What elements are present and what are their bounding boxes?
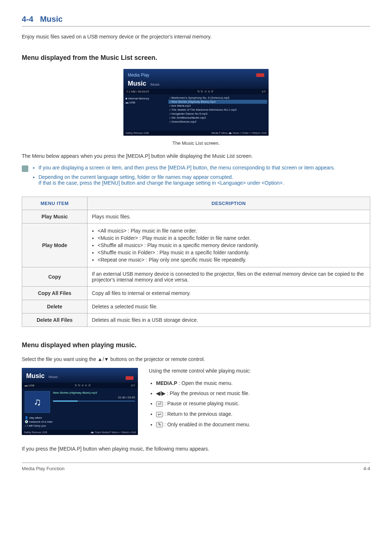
music-path: /Music — [150, 83, 160, 86]
music-path: /Music — [49, 375, 58, 379]
note-block: If you are displaying a screen or item, … — [22, 165, 370, 189]
prev-next-key: ◀/▶ — [156, 390, 166, 396]
return-key-icon: ↩ — [156, 412, 163, 417]
nav-hints: Media.P Menu ◀▶ Move ⏎ Enter ↩ Return ▪ … — [211, 132, 266, 135]
track-counter: 2/7 — [131, 384, 135, 387]
playmode-option: <Shuffle music in Folder> : Play music i… — [98, 249, 366, 256]
enter-key-icon: ⏎ — [156, 401, 163, 407]
source-usb[interactable]: ▬ USB — [126, 100, 165, 104]
mediap-key: MEDIA.P — [156, 380, 177, 386]
meta-artist: 👤 clay aiken — [25, 416, 135, 420]
doc-key-icon: ✎ — [156, 422, 163, 427]
progress-bar[interactable] — [53, 401, 135, 402]
safely-remove-hint: Safely Remove USB — [126, 132, 149, 135]
music-heading: Music — [128, 80, 146, 87]
music-heading: Music — [26, 372, 45, 379]
menu-desc: Copy all files to internal or external m… — [87, 287, 370, 300]
menu-desc: Plays music files. — [87, 210, 370, 223]
intro-paragraph: Enjoy music files saved on a USB memory … — [22, 34, 370, 40]
note-item: If you are displaying a screen or item, … — [38, 165, 335, 171]
time-elapsed: 01:40 / 03:45 — [53, 396, 135, 399]
subheading-music-list: Menu displayed from the Music List scree… — [22, 54, 370, 62]
table-row: Play Music Plays music files. — [22, 210, 370, 223]
list-item[interactable]: ♪ The Jewels of The Madonna Intermezzo N… — [168, 108, 267, 112]
menu-label: Delete All Files — [22, 313, 87, 327]
playmode-option: <Music in Folder> : Play music in a spec… — [98, 234, 366, 242]
usb-icon — [256, 73, 264, 77]
playmode-option: <Repeat one music> : Play only one speci… — [98, 256, 366, 263]
subheading-playing: Menu displayed when playing music. — [22, 341, 370, 349]
page-footer: Media Play Function 4-4 — [22, 463, 370, 471]
playmode-option: <All musics> : Play music in file name o… — [98, 227, 366, 234]
safely-remove-hint: Safely Remove USB — [24, 431, 47, 434]
footer-left: Media Play Function — [22, 466, 65, 471]
nav-hints: ◀▶ Track Media.P Menu ↩ Return ▪ Exit — [90, 431, 136, 434]
usb-icon — [126, 376, 134, 380]
remote-instructions: Using the remote control while playing m… — [149, 368, 251, 430]
remote-item: ⏎ : Pause or resume playing music. — [156, 398, 251, 409]
mode-icons: ↻ ↻ ⤨ ⤨ ↺ — [197, 90, 213, 93]
list-item[interactable]: ♪ New Stories (Highway Blues).mp3 — [168, 100, 267, 104]
menu-label: Delete — [22, 300, 87, 313]
menu-label: Play Music — [22, 210, 87, 223]
meta-song: ♪ I will Carry you — [25, 424, 135, 428]
meta-album: 💿 measure of a man — [25, 420, 135, 424]
remote-item: ◀/▶ : Play the previous or next music fi… — [156, 388, 251, 398]
remote-item: ✎ : Only enabled in the document menu. — [156, 419, 251, 430]
section-name: Music — [40, 15, 62, 24]
track-title: New Stories (Highway Blues).mp3 — [53, 391, 135, 394]
paragraph-press-mediap: If you press the [MEDIA.P] button when p… — [22, 446, 370, 452]
screenshot-music-list-wrap: Media Play Music /Music 7.1 MB / 00:03:0… — [22, 69, 370, 137]
menu-label: Play Mode — [22, 223, 87, 267]
screenshot-caption: The Music List screen. — [22, 140, 370, 146]
storage-info: 7.1 MB / 00:03:07 — [126, 90, 149, 93]
table-row: Copy All Files Copy all files to interna… — [22, 287, 370, 300]
remote-item: ↩ : Return to the previous stage. — [156, 409, 251, 419]
col-description: DESCRIPTION — [87, 197, 370, 210]
list-item[interactable]: ♪ Hungarian Dance No.5.mp3 — [168, 112, 267, 116]
list-item[interactable]: ♪ Die Schlittschuhläufer.mp3 — [168, 116, 267, 120]
footer-right: 4-4 — [363, 466, 370, 471]
menu-desc: Deletes all music files in a USB storage… — [87, 313, 370, 327]
media-play-label: Media Play — [128, 73, 149, 78]
source-sidebar: ■ Internal Memory ▬ USB — [123, 94, 167, 131]
file-list: ♪ Beethoven's Symphony No. 9 (Scherzo).m… — [167, 94, 269, 131]
screenshot-now-playing: Music /Music ▬ USB ↻ ↻ ⤨ ⤨ ↺ 2/7 ♫ New S… — [22, 368, 138, 435]
source-label: ▬ USB — [25, 384, 34, 387]
table-row: Delete All Files Deletes all music files… — [22, 313, 370, 327]
menu-table: MENU ITEM DESCRIPTION Play Music Plays m… — [22, 197, 370, 327]
remote-item: MEDIA.P : Open the music menu. — [156, 378, 251, 388]
table-row: Copy If an external USB memory device is… — [22, 267, 370, 287]
list-item[interactable]: ♪ Beethoven's Symphony No. 9 (Scherzo).m… — [168, 96, 267, 100]
section-number: 4-4 — [22, 15, 33, 24]
paragraph-select-file: Select the file you want using the ▲/▼ b… — [22, 356, 370, 362]
menu-label: Copy All Files — [22, 287, 87, 300]
source-internal[interactable]: ■ Internal Memory — [126, 97, 165, 100]
track-metadata: 👤 clay aiken 💿 measure of a man ♪ I will… — [22, 416, 138, 430]
list-item[interactable]: ♪ Ave Maria.mp3 — [168, 104, 267, 108]
paragraph-menu-below: The Menu below appears when you press th… — [22, 153, 370, 159]
note-icon — [22, 165, 28, 172]
table-row: Play Mode <All musics> : Play music in f… — [22, 223, 370, 267]
menu-label: Copy — [22, 267, 87, 287]
file-counter: 1/7 — [262, 90, 266, 93]
list-item[interactable]: ♪ GreenSleeves.mp3 — [168, 120, 267, 124]
note-item: Depending on the current language settin… — [38, 174, 335, 186]
col-menu-item: MENU ITEM — [22, 197, 87, 210]
table-row: Delete Deletes a selected music file. — [22, 300, 370, 313]
section-title: 4-4 Music — [22, 15, 370, 26]
menu-desc: If an external USB memory device is conn… — [87, 267, 370, 287]
remote-intro: Using the remote control while playing m… — [149, 368, 251, 374]
album-art-icon: ♫ — [25, 391, 50, 413]
screenshot-music-list: Media Play Music /Music 7.1 MB / 00:03:0… — [123, 69, 269, 136]
playmode-option: <Shuffle all musics> : Play music in a s… — [98, 242, 366, 249]
menu-desc: Deletes a selected music file. — [87, 300, 370, 313]
mode-icons: ↻ ↻ ⤨ ⤨ ↺ — [75, 384, 91, 387]
menu-desc: <All musics> : Play music in file name o… — [87, 223, 370, 267]
